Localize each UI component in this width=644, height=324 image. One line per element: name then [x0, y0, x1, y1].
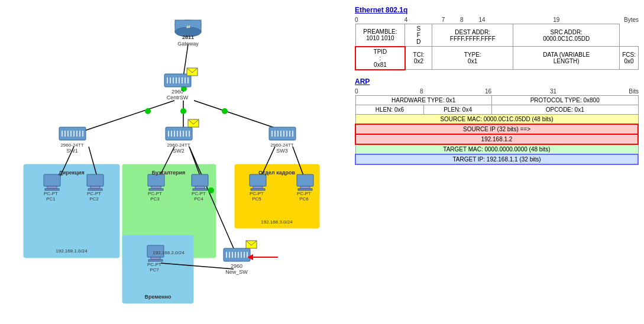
packet-info-panel: Ethernet 802.1q 0 4 7 8 14 19 Bytes PREA… — [355, 6, 639, 165]
hlen-cell: HLEN: 0x6 — [355, 105, 424, 114]
svg-rect-78 — [300, 186, 310, 189]
svg-rect-68 — [195, 186, 205, 189]
dot-centrsw-sw3 — [222, 108, 228, 114]
arp-section: ARP 0 8 16 31 Bits HARDWARE TYPE: 0x1 PR… — [355, 77, 639, 165]
svg-rect-87 — [224, 248, 250, 261]
preamble-cell: PREAMBLE:1010 1010 — [355, 24, 405, 47]
src-addr-cell: SRC ADDR:0000.0C1C.05DD — [513, 24, 620, 47]
dest-addr-cell: DEST ADDR:FFFF.FFFF.FFFF — [432, 24, 513, 47]
arp-row-hlen: HLEN: 0x6 PLEN: 0x4 OPCODE: 0x1 — [355, 105, 638, 114]
svg-rect-59 — [88, 189, 102, 190]
label-otdel-subnet: 192.168.3.0/24 — [261, 219, 293, 225]
svg-rect-79 — [298, 189, 312, 190]
fcs-cell: FCS:0x0 — [620, 47, 639, 70]
svg-rect-57 — [87, 174, 103, 186]
topology-svg: ⇄ 2811 Gateway 2960 CentrSW — [0, 0, 349, 324]
arp-row-hwtype: HARDWARE TYPE: 0x1 PROTOCOL TYPE: 0x800 — [355, 95, 638, 105]
svg-text:⇄: ⇄ — [186, 24, 190, 30]
label-bukhgalteriya: Бухгалтерия — [152, 170, 186, 176]
sw2-device: 2960-24TT SW2 — [166, 119, 199, 154]
svg-rect-52 — [44, 174, 60, 186]
dot-centrsw-sw1 — [145, 108, 151, 114]
type-cell: TYPE:0x1 — [432, 47, 513, 70]
svg-text:PC3: PC3 — [150, 196, 160, 202]
svg-text:PC1: PC1 — [46, 196, 56, 202]
ethernet-title: Ethernet 802.1q — [355, 6, 639, 14]
tpid-cell: TPID:0x81 — [355, 47, 405, 70]
arp-ruler-16: 16 — [485, 88, 550, 95]
svg-rect-41 — [269, 127, 296, 140]
src-ip-val-cell: 192.168.1.2 — [355, 134, 638, 144]
line-centrsw-sw1 — [83, 101, 174, 131]
arp-table: HARDWARE TYPE: 0x1 PROTOCOL TYPE: 0x800 … — [355, 95, 639, 165]
network-diagram: ⇄ 2811 Gateway 2960 CentrSW — [0, 0, 349, 324]
arp-row-srcmac: SOURCE MAC: 0000.0C1C.05DD (48 bits) — [355, 114, 638, 124]
label-vremenno: Временно — [145, 294, 171, 300]
svg-text:SW3: SW3 — [276, 148, 288, 154]
svg-rect-18 — [59, 127, 86, 140]
svg-text:Gateway: Gateway — [177, 41, 199, 47]
arp-title: ARP — [355, 77, 639, 86]
svg-rect-72 — [250, 174, 266, 186]
arp-ruler-8: 8 — [420, 88, 485, 95]
arp-row-targetip: TARGET IP: 192.168.1.1 (32 bits) — [355, 154, 638, 164]
svg-rect-74 — [251, 189, 265, 190]
svg-rect-67 — [192, 174, 208, 186]
arp-ruler-0: 0 — [355, 88, 420, 95]
svg-rect-29 — [166, 127, 192, 140]
opcode-cell: OPCODE: 0x1 — [491, 105, 638, 114]
ethernet-table: PREAMBLE:1010 1010 SFD DEST ADDR:FFFF.FF… — [355, 24, 639, 70]
svg-text:2960-24TT: 2960-24TT — [167, 142, 190, 148]
ruler-7: 7 — [442, 17, 460, 23]
dot-sw2-pc4 — [208, 187, 214, 193]
svg-rect-77 — [297, 174, 313, 186]
proto-type-cell: PROTOCOL TYPE: 0x800 — [491, 95, 638, 105]
svg-rect-73 — [253, 186, 263, 189]
ethernet-section: Ethernet 802.1q 0 4 7 8 14 19 Bytes PREA… — [355, 6, 639, 70]
svg-text:CentrSW: CentrSW — [167, 95, 189, 101]
svg-rect-64 — [149, 189, 163, 190]
ethernet-row1: PREAMBLE:1010 1010 SFD DEST ADDR:FFFF.FF… — [355, 24, 639, 47]
svg-text:PC7: PC7 — [150, 267, 159, 273]
ruler-0: 0 — [355, 17, 404, 23]
ethernet-ruler: 0 4 7 8 14 19 Bytes — [355, 17, 639, 23]
target-mac-cell: TARGET MAC: 0000.0000.0000 (48 bits) — [355, 144, 638, 154]
svg-text:PC4: PC4 — [194, 196, 203, 202]
svg-rect-58 — [90, 186, 100, 189]
ruler-4: 4 — [404, 17, 442, 23]
ruler-19: 19 — [553, 17, 615, 23]
svg-text:PC-PT: PC-PT — [147, 262, 161, 267]
svg-rect-84 — [148, 260, 163, 261]
arp-ruler-unit: Bits — [629, 88, 639, 95]
svg-text:2811: 2811 — [182, 34, 194, 40]
ruler-unit: Bytes — [624, 17, 639, 23]
svg-rect-63 — [151, 186, 161, 189]
svg-text:PC-PT: PC-PT — [148, 191, 162, 196]
target-ip-cell: TARGET IP: 192.168.1.1 (32 bits) — [355, 154, 638, 164]
svg-rect-54 — [45, 189, 59, 190]
svg-rect-83 — [151, 257, 160, 260]
data-cell: DATA (VARIABLELENGTH) — [513, 47, 620, 70]
svg-text:New_SW: New_SW — [225, 269, 248, 275]
arp-row-srcip-label: SOURCE IP (32 bits) ==> — [355, 124, 638, 134]
ruler-8: 8 — [460, 17, 478, 23]
hw-type-cell: HARDWARE TYPE: 0x1 — [355, 95, 491, 105]
arp-row-targetmac: TARGET MAC: 0000.0000.0000 (48 bits) — [355, 144, 638, 154]
sw1-device: 2960-24TT SW1 — [59, 127, 86, 154]
sfd-cell: SFD — [405, 24, 432, 47]
ruler-14: 14 — [479, 17, 554, 23]
svg-text:PC-PT: PC-PT — [250, 191, 264, 196]
tci-cell: TCI:0x2 — [405, 47, 432, 70]
svg-text:2960-24TT: 2960-24TT — [270, 142, 293, 148]
label-direktsia-subnet: 192.168.1.0/24 — [56, 248, 88, 254]
svg-text:PC-PT: PC-PT — [44, 191, 58, 196]
centrsw-device: 2960 CentrSW — [164, 68, 198, 101]
src-ip-label-cell: SOURCE IP (32 bits) ==> — [355, 124, 638, 134]
label-direktsia: Дирекция — [59, 170, 84, 176]
svg-text:PC-PT: PC-PT — [297, 191, 311, 196]
label-bukhgalteriya-subnet: 192.168.2.0/24 — [153, 250, 185, 255]
line-centrsw-sw3 — [194, 101, 285, 131]
svg-text:PC6: PC6 — [299, 196, 309, 202]
arp-row-srcip-val: 192.168.1.2 — [355, 134, 638, 144]
plen-cell: PLEN: 0x4 — [424, 105, 492, 114]
